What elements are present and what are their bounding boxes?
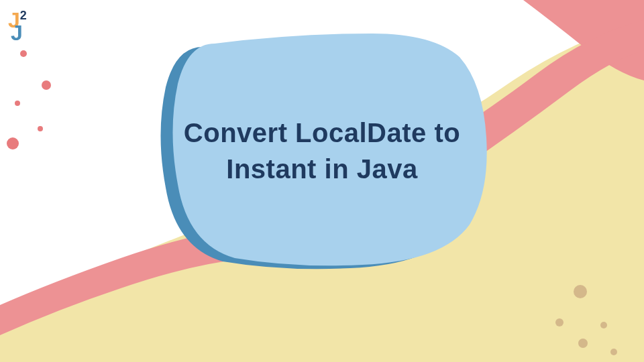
dot — [574, 285, 587, 298]
title-line-2: Instant in Java — [171, 151, 473, 187]
dot — [578, 339, 588, 348]
dot — [555, 318, 564, 326]
dot — [7, 137, 19, 149]
dot — [610, 349, 617, 355]
dot — [600, 322, 607, 328]
dot — [15, 101, 20, 106]
logo-letter-2: J — [11, 21, 27, 46]
page-title: Convert LocalDate to Instant in Java — [171, 115, 473, 187]
title-line-1: Convert LocalDate to — [171, 115, 473, 151]
dot — [38, 126, 43, 131]
logo: J2 J — [8, 8, 27, 46]
dot — [20, 50, 27, 57]
title-blob: Convert LocalDate to Instant in Java — [154, 27, 490, 275]
dot — [42, 80, 51, 90]
